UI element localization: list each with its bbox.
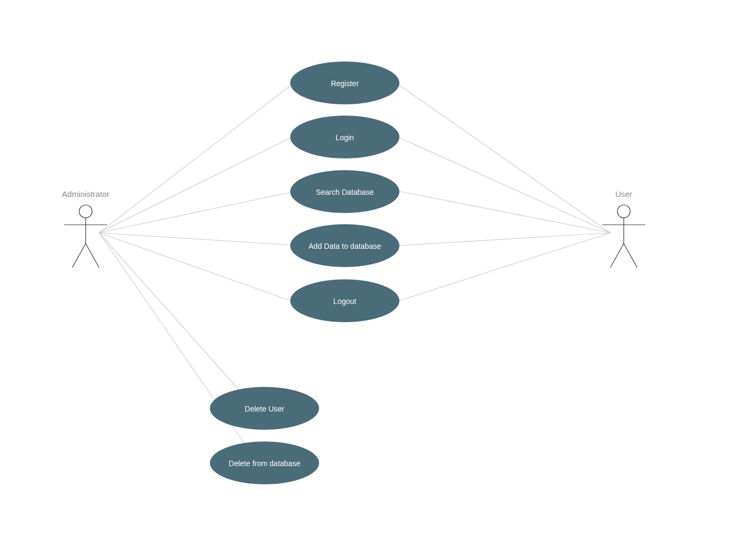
usecase-register-label: Register [331,79,359,88]
usecase-delete-from-db-label: Delete from database [229,459,300,468]
user-connectors [396,83,610,301]
connector-user-register [396,83,610,233]
usecase-delete-user-label: Delete User [245,405,284,413]
usecase-add-data-label: Add Data to database [308,242,381,250]
usecase-search-database: Search Database [290,170,399,213]
connector-user-search [398,191,610,233]
connector-user-logout [399,233,610,301]
usecase-logout: Logout [290,279,399,322]
actor-administrator-leg-right [86,243,99,268]
usecase-logout-label: Logout [334,297,357,306]
actor-administrator: Administrator [62,189,109,268]
connector-user-login [397,136,610,233]
usecase-delete-from-db: Delete from database [210,441,319,484]
actor-administrator-leg-left [72,243,86,268]
actor-user-leg-right [624,243,637,268]
connector-admin-deletefromdb [99,233,258,462]
actor-user-leg-left [610,243,624,268]
usecase-login: Login [290,116,399,158]
connector-admin-search [99,192,292,233]
usecase-delete-user: Delete User [210,387,319,430]
connector-user-adddata [398,233,610,246]
usecase-add-data: Add Data to database [290,224,399,267]
connector-admin-register [99,83,294,233]
connector-admin-deleteuser [99,233,255,408]
usecase-register: Register [290,62,399,104]
actor-user: User [602,189,645,268]
usecase-login-label: Login [336,133,354,142]
actor-user-head [617,205,630,218]
actor-administrator-head [79,205,92,218]
actor-user-label: User [615,189,632,199]
actor-administrator-label: Administrator [62,189,109,199]
usecase-search-database-label: Search Database [316,188,374,196]
connector-admin-login [99,136,293,233]
use-case-diagram: Administrator User Register Login Search… [0,0,756,533]
